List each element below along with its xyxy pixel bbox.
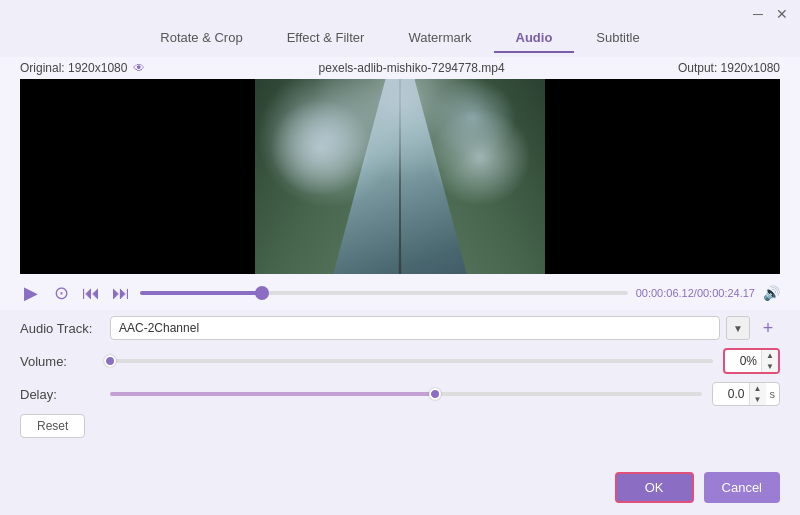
stop-button[interactable]: ⊙: [50, 282, 72, 304]
progress-thumb: [255, 286, 269, 300]
volume-label: Volume:: [20, 354, 100, 369]
tabs-bar: Rotate & Crop Effect & Filter Watermark …: [0, 24, 800, 53]
progress-bar[interactable]: [140, 291, 628, 295]
delay-row: Delay: ▲ ▼ s: [20, 382, 780, 406]
next-button[interactable]: ⏭: [110, 282, 132, 304]
video-main-frame: [255, 79, 545, 274]
delay-input-wrapper: ▲ ▼ s: [712, 382, 781, 406]
prev-button[interactable]: ⏮: [80, 282, 102, 304]
black-side-right: [545, 79, 780, 274]
volume-input-wrapper: ▲ ▼: [723, 348, 780, 374]
eye-icon[interactable]: 👁: [133, 61, 145, 75]
cancel-button[interactable]: Cancel: [704, 472, 780, 503]
close-button[interactable]: ✕: [774, 6, 790, 22]
delay-slider[interactable]: [110, 392, 702, 396]
audio-track-row: Audio Track: AAC-2Channel ▼ +: [20, 316, 780, 340]
tab-rotate-crop[interactable]: Rotate & Crop: [138, 24, 264, 53]
snow-overlay: [255, 79, 545, 274]
total-time: 00:00:24.17: [697, 287, 755, 299]
volume-slider[interactable]: [110, 359, 713, 363]
original-info: Original: 1920x1080 👁: [20, 61, 145, 75]
controls-section: Audio Track: AAC-2Channel ▼ + Volume:: [0, 310, 800, 454]
tab-watermark[interactable]: Watermark: [386, 24, 493, 53]
delay-down-button[interactable]: ▼: [750, 394, 766, 405]
original-label: Original: 1920x1080: [20, 61, 127, 75]
audio-track-select[interactable]: AAC-2Channel: [110, 316, 720, 340]
track-select-wrapper: AAC-2Channel ▼ +: [110, 316, 780, 340]
tab-audio[interactable]: Audio: [494, 24, 575, 53]
minimize-button[interactable]: ─: [750, 6, 766, 22]
add-track-button[interactable]: +: [756, 316, 780, 340]
playback-bar: ▶ ⊙ ⏮ ⏭ 00:00:06.12/00:00:24.17 🔊: [20, 274, 780, 310]
volume-input[interactable]: [725, 352, 761, 370]
reset-button[interactable]: Reset: [20, 414, 85, 438]
time-display: 00:00:06.12/00:00:24.17: [636, 287, 755, 299]
delay-fill: [110, 392, 435, 396]
title-bar: ─ ✕: [0, 0, 800, 24]
ok-button[interactable]: OK: [615, 472, 694, 503]
current-time: 00:00:06.12: [636, 287, 694, 299]
audio-track-label: Audio Track:: [20, 321, 100, 336]
delay-spinner: ▲ ▼: [749, 383, 766, 405]
bottom-bar: OK Cancel: [615, 472, 780, 503]
volume-icon[interactable]: 🔊: [763, 285, 780, 301]
progress-fill: [140, 291, 262, 295]
delay-thumb: [429, 388, 441, 400]
volume-up-button[interactable]: ▲: [762, 350, 778, 361]
delay-input[interactable]: [713, 385, 749, 403]
delay-unit: s: [766, 388, 780, 400]
filename: pexels-adlib-mishiko-7294778.mp4: [319, 61, 505, 75]
video-section: Original: 1920x1080 👁 pexels-adlib-mishi…: [0, 57, 800, 310]
volume-down-button[interactable]: ▼: [762, 361, 778, 372]
black-side-left: [20, 79, 255, 274]
volume-thumb: [104, 355, 116, 367]
volume-spinner: ▲ ▼: [761, 350, 778, 372]
dropdown-arrow[interactable]: ▼: [726, 316, 750, 340]
tab-effect-filter[interactable]: Effect & Filter: [265, 24, 387, 53]
play-button[interactable]: ▶: [20, 282, 42, 304]
video-info-bar: Original: 1920x1080 👁 pexels-adlib-mishi…: [20, 57, 780, 79]
delay-label: Delay:: [20, 387, 100, 402]
volume-row: Volume: ▲ ▼: [20, 348, 780, 374]
delay-up-button[interactable]: ▲: [750, 383, 766, 394]
output-label: Output: 1920x1080: [678, 61, 780, 75]
reset-row: Reset: [20, 414, 780, 438]
video-preview: [20, 79, 780, 274]
tab-subtitle[interactable]: Subtitle: [574, 24, 661, 53]
delay-slider-wrapper: [110, 392, 702, 396]
app-window: ─ ✕ Rotate & Crop Effect & Filter Waterm…: [0, 0, 800, 515]
volume-slider-wrapper: [110, 359, 713, 363]
